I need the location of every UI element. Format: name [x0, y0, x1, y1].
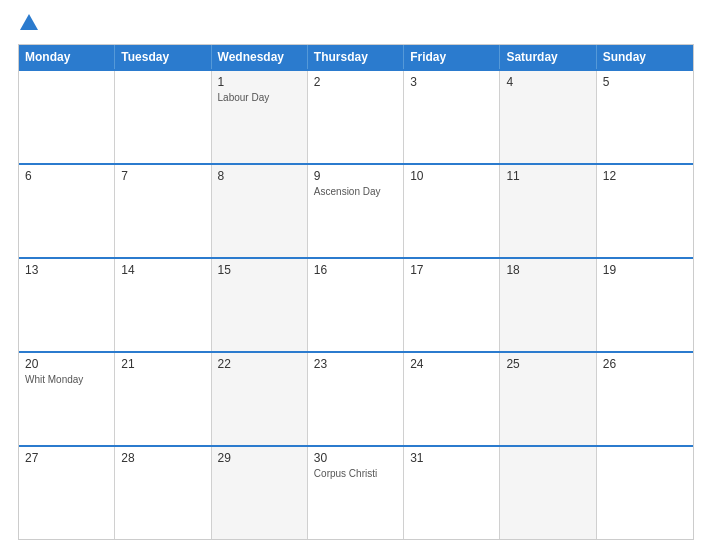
day-number: 26	[603, 357, 687, 371]
calendar-cell: 18	[500, 259, 596, 351]
day-number: 11	[506, 169, 589, 183]
calendar-cell: 3	[404, 71, 500, 163]
holiday-name: Ascension Day	[314, 185, 397, 198]
day-number: 4	[506, 75, 589, 89]
calendar-cell: 5	[597, 71, 693, 163]
calendar-cell: 7	[115, 165, 211, 257]
day-number: 27	[25, 451, 108, 465]
day-number: 6	[25, 169, 108, 183]
calendar-cell: 10	[404, 165, 500, 257]
day-number: 23	[314, 357, 397, 371]
day-number: 8	[218, 169, 301, 183]
day-of-week-header: Friday	[404, 45, 500, 69]
calendar-cell: 16	[308, 259, 404, 351]
calendar: MondayTuesdayWednesdayThursdayFridaySatu…	[18, 44, 694, 540]
calendar-cell: 12	[597, 165, 693, 257]
calendar-cell: 2	[308, 71, 404, 163]
day-number: 17	[410, 263, 493, 277]
holiday-name: Whit Monday	[25, 373, 108, 386]
calendar-cell: 13	[19, 259, 115, 351]
day-of-week-header: Saturday	[500, 45, 596, 69]
logo-triangle-icon	[20, 14, 38, 30]
day-number: 21	[121, 357, 204, 371]
calendar-cell: 31	[404, 447, 500, 539]
calendar-body: 1Labour Day23456789Ascension Day10111213…	[19, 69, 693, 539]
day-number: 20	[25, 357, 108, 371]
calendar-cell: 23	[308, 353, 404, 445]
calendar-cell: 8	[212, 165, 308, 257]
page-header	[18, 10, 694, 36]
day-of-week-header: Thursday	[308, 45, 404, 69]
holiday-name: Labour Day	[218, 91, 301, 104]
day-number: 7	[121, 169, 204, 183]
day-of-week-header: Wednesday	[212, 45, 308, 69]
day-of-week-header: Monday	[19, 45, 115, 69]
day-of-week-header: Tuesday	[115, 45, 211, 69]
calendar-cell: 14	[115, 259, 211, 351]
calendar-cell: 26	[597, 353, 693, 445]
calendar-cell	[597, 447, 693, 539]
day-number: 24	[410, 357, 493, 371]
calendar-cell: 15	[212, 259, 308, 351]
day-number: 22	[218, 357, 301, 371]
day-number: 19	[603, 263, 687, 277]
day-number: 10	[410, 169, 493, 183]
calendar-page: MondayTuesdayWednesdayThursdayFridaySatu…	[0, 0, 712, 550]
calendar-cell: 4	[500, 71, 596, 163]
calendar-cell: 21	[115, 353, 211, 445]
day-of-week-header: Sunday	[597, 45, 693, 69]
day-number: 14	[121, 263, 204, 277]
day-number: 30	[314, 451, 397, 465]
calendar-cell: 30Corpus Christi	[308, 447, 404, 539]
day-number: 12	[603, 169, 687, 183]
calendar-cell: 17	[404, 259, 500, 351]
calendar-week: 20Whit Monday212223242526	[19, 351, 693, 445]
calendar-cell: 11	[500, 165, 596, 257]
day-number: 16	[314, 263, 397, 277]
calendar-cell	[500, 447, 596, 539]
day-number: 31	[410, 451, 493, 465]
day-number: 1	[218, 75, 301, 89]
day-number: 29	[218, 451, 301, 465]
holiday-name: Corpus Christi	[314, 467, 397, 480]
calendar-cell	[19, 71, 115, 163]
calendar-header: MondayTuesdayWednesdayThursdayFridaySatu…	[19, 45, 693, 69]
day-number: 13	[25, 263, 108, 277]
day-number: 28	[121, 451, 204, 465]
calendar-cell: 1Labour Day	[212, 71, 308, 163]
calendar-cell: 25	[500, 353, 596, 445]
day-number: 18	[506, 263, 589, 277]
calendar-week: 27282930Corpus Christi31	[19, 445, 693, 539]
day-number: 25	[506, 357, 589, 371]
calendar-cell: 19	[597, 259, 693, 351]
calendar-cell	[115, 71, 211, 163]
calendar-cell: 9Ascension Day	[308, 165, 404, 257]
calendar-week: 6789Ascension Day101112	[19, 163, 693, 257]
calendar-cell: 28	[115, 447, 211, 539]
calendar-week: 1Labour Day2345	[19, 69, 693, 163]
calendar-cell: 24	[404, 353, 500, 445]
logo	[18, 14, 38, 32]
day-number: 15	[218, 263, 301, 277]
calendar-week: 13141516171819	[19, 257, 693, 351]
day-number: 9	[314, 169, 397, 183]
calendar-cell: 22	[212, 353, 308, 445]
calendar-cell: 27	[19, 447, 115, 539]
day-number: 2	[314, 75, 397, 89]
day-number: 3	[410, 75, 493, 89]
day-number: 5	[603, 75, 687, 89]
calendar-cell: 20Whit Monday	[19, 353, 115, 445]
calendar-cell: 6	[19, 165, 115, 257]
calendar-cell: 29	[212, 447, 308, 539]
